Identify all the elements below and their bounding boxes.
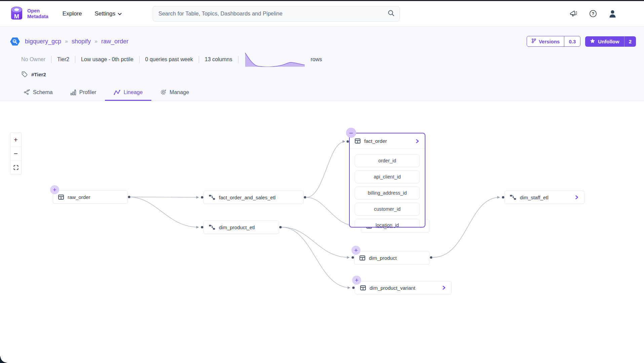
chevron-right-icon[interactable] [574, 195, 579, 200]
entity-meta-row: No Owner Tier2 Low usage - 0th pctile 0 … [21, 52, 636, 67]
table-icon [355, 138, 361, 144]
tab-lineage[interactable]: Lineage [105, 84, 151, 101]
node-label: fact_order_and_sales_etl [219, 195, 275, 200]
lineage-node-dim-product-etl[interactable]: dim_product_etl [203, 220, 279, 234]
tab-manage[interactable]: Manage [151, 84, 198, 101]
queries-value: 0 queries past week [145, 56, 193, 63]
node-label: fact_order [364, 138, 387, 144]
collapse-lineage-badge[interactable]: − [346, 128, 356, 138]
breadcrumb: bigquery_gcp » shopify » raw_order [10, 37, 128, 46]
owner-value: No Owner [21, 56, 45, 63]
star-icon [590, 38, 595, 45]
announcement-icon[interactable] [569, 9, 578, 18]
top-navigation-bar: M Open Metadata Explore Settings [0, 1, 644, 27]
rows-sparkline-chart [245, 52, 305, 67]
node-label: raw_order [68, 194, 90, 200]
search-icon[interactable] [387, 9, 395, 18]
versions-label: Versions [539, 39, 560, 44]
lineage-node-dim-product-variant[interactable]: dim_product_variant [355, 281, 452, 294]
lineage-canvas[interactable]: + − raw_order fact_order_and_sales_etl d… [0, 101, 644, 363]
node-label: dim_staff_etl [520, 195, 548, 200]
tab-schema[interactable]: Schema [15, 84, 62, 101]
rows-label: rows [311, 56, 322, 63]
chevron-right-icon[interactable] [415, 139, 420, 144]
lineage-node-dim-product[interactable]: dim_product [354, 251, 430, 265]
column-pill[interactable]: location_id [355, 219, 420, 228]
tier-tag[interactable]: #Tier2 [31, 72, 46, 77]
lineage-tab-icon [114, 89, 120, 95]
svg-text:M: M [14, 13, 19, 20]
bigquery-service-icon [10, 37, 20, 46]
global-search-bar[interactable] [153, 6, 400, 22]
breadcrumb-separator: » [65, 38, 68, 44]
lineage-edges [0, 101, 644, 363]
column-pill[interactable]: order_id [355, 154, 420, 167]
canvas-zoom-controls: + − [10, 132, 22, 174]
breadcrumb-separator: » [94, 38, 98, 44]
lineage-node-raw-order[interactable]: raw_order [53, 190, 128, 204]
nav-explore[interactable]: Explore [63, 10, 82, 17]
expanded-node-header[interactable]: fact_order [350, 133, 425, 149]
lineage-node-fact-order-expanded[interactable]: fact_order order_id api_client_id billin… [349, 133, 425, 228]
unfollow-button[interactable]: Unfollow 2 [585, 36, 636, 47]
entity-tabs: Schema Profiler Lineage Manage [15, 84, 636, 100]
tab-label: Lineage [123, 89, 143, 95]
expanded-node-columns: order_id api_client_id billing_address_i… [350, 149, 425, 228]
table-icon [58, 194, 64, 200]
tab-label: Manage [169, 89, 189, 95]
chevron-down-icon [118, 10, 122, 17]
lineage-node-dim-staff-etl[interactable]: dim_staff_etl [504, 191, 584, 204]
expand-lineage-badge[interactable]: + [50, 185, 59, 194]
expand-lineage-badge[interactable]: + [351, 246, 361, 255]
zoom-out-button[interactable]: − [10, 147, 21, 160]
columns-count: 13 columns [205, 56, 232, 63]
brand-name-line1: Open [27, 8, 48, 14]
pipeline-icon [209, 195, 215, 200]
version-value-badge: 0.3 [564, 36, 580, 46]
entity-header: bigquery_gcp » shopify » raw_order Versi… [0, 27, 644, 101]
breadcrumb-table[interactable]: raw_order [101, 38, 128, 45]
column-pill[interactable]: api_client_id [355, 170, 420, 183]
node-label: dim_product_variant [370, 285, 415, 291]
node-label: dim_product_etl [219, 225, 255, 230]
tags-row: #Tier2 [21, 71, 636, 78]
expand-lineage-badge[interactable]: + [352, 276, 361, 285]
pipeline-icon [510, 195, 516, 200]
tier-value: Tier2 [57, 56, 69, 63]
column-pill[interactable]: billing_address_id [355, 187, 420, 199]
breadcrumb-service[interactable]: bigquery_gcp [25, 38, 61, 45]
node-label: dim_product [369, 255, 397, 261]
chevron-right-icon[interactable] [442, 285, 446, 290]
tab-label: Profiler [79, 89, 97, 95]
nav-settings[interactable]: Settings [95, 10, 122, 17]
user-avatar[interactable] [608, 9, 617, 18]
help-icon[interactable]: ? [589, 9, 597, 18]
follower-count-badge: 2 [624, 36, 636, 47]
table-icon [360, 285, 366, 291]
manage-tab-icon [160, 89, 166, 95]
table-icon [359, 255, 365, 261]
fit-view-button[interactable] [10, 160, 21, 174]
column-pill[interactable]: customer_id [355, 203, 420, 215]
window-bottom-corner [0, 356, 7, 363]
unfollow-label: Unfollow [598, 39, 619, 44]
openmetadata-logo[interactable]: M Open Metadata [9, 5, 48, 22]
breadcrumb-schema[interactable]: shopify [72, 38, 91, 45]
usage-value: Low usage - 0th pctile [81, 56, 134, 63]
profiler-tab-icon [70, 89, 76, 95]
svg-text:?: ? [592, 11, 594, 16]
branch-icon [531, 38, 536, 44]
zoom-in-button[interactable]: + [10, 133, 21, 147]
schema-tab-icon [24, 89, 30, 95]
tab-label: Schema [33, 89, 53, 95]
tab-profiler[interactable]: Profiler [62, 84, 105, 101]
tag-icon [21, 71, 28, 78]
versions-button[interactable]: Versions 0.3 [527, 36, 580, 47]
brand-name-line2: Metadata [27, 14, 48, 19]
search-input[interactable] [158, 10, 387, 17]
lineage-node-fact-order-and-sales-etl[interactable]: fact_order_and_sales_etl [203, 191, 304, 204]
pipeline-icon [209, 225, 215, 230]
openmetadata-logo-icon: M [9, 5, 24, 22]
